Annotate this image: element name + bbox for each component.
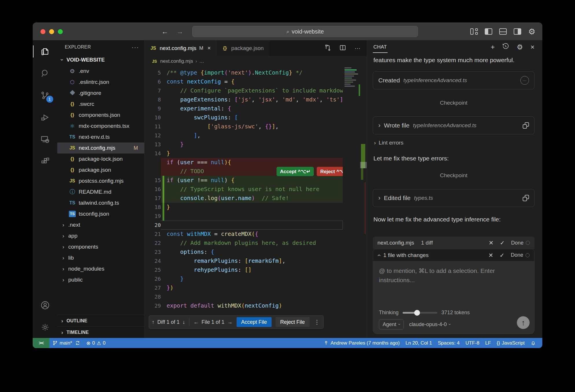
file-item-components.json[interactable]: {}components.json	[57, 110, 144, 121]
file-item-.env[interactable]: ⚙.env	[57, 66, 144, 77]
cursor-position-item[interactable]: Ln 20, Col 1	[403, 340, 435, 346]
file-item-.swcrc[interactable]: {}.swcrc	[57, 99, 144, 110]
accept-diff-icon[interactable]: ✓	[500, 239, 505, 246]
done-label[interactable]: Done	[511, 240, 524, 246]
breadcrumb-file[interactable]: next.config.mjs	[160, 58, 193, 64]
sync-icon[interactable]	[75, 340, 80, 346]
code-line[interactable]: 8 pageExtensions: ['js', 'jsx', 'md', 'm…	[145, 95, 343, 104]
git-branch-item[interactable]: main*	[49, 340, 83, 346]
extensions-icon[interactable]	[36, 152, 54, 170]
next-file-icon[interactable]: →	[227, 319, 233, 325]
code-line[interactable]: 23 options: {	[145, 247, 343, 256]
code-line[interactable]: 11 ['glass-js/swc', {}],	[145, 122, 343, 131]
diff-more-icon[interactable]: ⋮	[314, 319, 320, 326]
next-diff-icon[interactable]: ↓	[183, 319, 185, 325]
chat-input[interactable]: @ to mention, ⌘L to add a selection. Ent…	[373, 261, 535, 334]
command-center-search[interactable]: ⌕ void-website	[192, 26, 418, 37]
code-line[interactable]: 22 // Add markdown plugins here, as desi…	[145, 238, 343, 247]
forward-arrow-icon[interactable]: →	[176, 27, 183, 36]
code-line[interactable]: 12 ],	[145, 131, 343, 140]
code-line[interactable]: 6const nextConfig = {	[145, 77, 343, 86]
chat-settings-icon[interactable]: ⚙	[517, 43, 523, 51]
send-button[interactable]: ↑	[517, 316, 530, 329]
checkpoint-marker[interactable]: Checkpoint	[373, 172, 535, 179]
code-line[interactable]: 29export default withMDX(nextConfig)	[145, 301, 343, 310]
close-tab-icon[interactable]: ×	[207, 45, 211, 51]
scrollbar-thumb[interactable]	[360, 162, 367, 168]
pending-diff-row[interactable]: next.config.mjs 1 diff ✕ ✓ Done	[373, 237, 535, 249]
prev-file-icon[interactable]: ←	[193, 319, 199, 325]
notifications-bell-icon[interactable]	[528, 340, 539, 346]
mode-dropdown[interactable]: Agent ›	[379, 319, 404, 330]
thinking-slider[interactable]	[403, 312, 437, 314]
outline-section[interactable]: › OUTLINE	[57, 315, 144, 326]
file-item-mdx-components.tsx[interactable]: ⚛mdx-components.tsx	[57, 121, 144, 132]
open-changes-icon[interactable]	[324, 44, 331, 53]
toggle-panel-icon[interactable]	[499, 28, 507, 35]
file-item-README.md[interactable]: ⓘREADME.md	[57, 186, 144, 197]
split-editor-icon[interactable]	[339, 44, 347, 53]
toggle-secondary-sidebar-icon[interactable]	[514, 28, 521, 35]
folder-item-components[interactable]: ›components	[57, 241, 144, 252]
folder-item-lib[interactable]: ›lib	[57, 252, 144, 263]
code-line[interactable]: 21const withMDX = createMDX({	[145, 230, 343, 238]
customize-layout-icon[interactable]	[470, 28, 478, 35]
remote-indicator[interactable]: ><	[33, 338, 49, 348]
code-line[interactable]: 14}	[145, 149, 343, 158]
code-line[interactable]: 28	[145, 292, 343, 301]
code-line[interactable]: 25 rehypePlugins: []	[145, 265, 343, 274]
close-chat-icon[interactable]: ×	[530, 43, 535, 51]
code-line[interactable]: 5/** @type {import('next').NextConfig} *…	[145, 68, 343, 77]
file-item-postcss.config.mjs[interactable]: JSpostcss.config.mjs	[57, 175, 144, 186]
files-changed-bar[interactable]: › 1 file with changes ✕ ✓ Done	[373, 249, 535, 261]
lint-errors-toggle[interactable]: › Lint errors	[374, 140, 535, 146]
timeline-section[interactable]: › TIMELINE	[57, 326, 144, 338]
accept-file-button[interactable]: Accept File	[237, 317, 272, 327]
manage-gear-icon[interactable]	[36, 318, 54, 336]
reject-diff-icon[interactable]: ✕	[489, 239, 493, 246]
close-window-button[interactable]	[40, 29, 45, 34]
history-icon[interactable]	[502, 43, 509, 51]
reject-all-icon[interactable]: ✕	[488, 252, 493, 259]
run-debug-icon[interactable]	[36, 108, 54, 126]
code-line[interactable]: 9 experimental: {	[145, 104, 343, 113]
created-file-card[interactable]: Created typeInferenceAdvanced.ts …	[373, 71, 535, 89]
editor-more-icon[interactable]: ···	[354, 45, 361, 51]
code-line[interactable]: 17 console.log(user.name) // Safe!	[145, 194, 343, 203]
checkpoint-marker[interactable]: Checkpoint	[373, 100, 535, 106]
code-line[interactable]: 16 // TypeScript knows user is not null …	[145, 185, 343, 194]
search-panel-icon[interactable]	[36, 64, 54, 82]
accept-change-button[interactable]: Accept ^⌥↵	[277, 167, 314, 176]
file-item-tailwind.config.ts[interactable]: TStailwind.config.ts	[57, 197, 144, 208]
settings-gear-icon[interactable]: ⚙	[528, 27, 535, 36]
explorer-icon[interactable]	[36, 42, 54, 60]
workspace-root[interactable]: › VOID-WEBSITE	[57, 54, 144, 66]
folder-item-.next[interactable]: ›.next	[57, 219, 144, 230]
folder-item-app[interactable]: ›app	[57, 230, 144, 241]
code-line[interactable]: 15if (user !== null) {	[145, 176, 343, 185]
new-chat-icon[interactable]: +	[491, 43, 495, 51]
folder-item-public[interactable]: ›public	[57, 274, 144, 285]
breadcrumb-rest[interactable]: …	[199, 58, 204, 64]
file-item-package-lock.json[interactable]: {}package-lock.json	[57, 154, 144, 164]
code-line[interactable]: 26 }	[145, 274, 343, 283]
edited-file-card[interactable]: › Edited file types.ts	[373, 189, 535, 207]
model-dropdown[interactable]: claude-opus-4-0 ›	[409, 321, 450, 328]
problems-item[interactable]: ⊗ 0 ⚠ 0	[83, 340, 108, 346]
code-line[interactable]: 20	[145, 221, 343, 230]
folder-item-node_modules[interactable]: ›node_modules	[57, 263, 144, 274]
file-item-next.config.mjs[interactable]: JSnext.config.mjsM	[57, 143, 144, 154]
code-line[interactable]: 10 swcPlugins: [	[145, 113, 343, 122]
code-editor[interactable]: 5/** @type {import('next').NextConfig} *…	[145, 66, 367, 338]
blame-item[interactable]: Andrew Pareles (7 months ago)	[320, 340, 403, 346]
tab-next-config[interactable]: JS next.config.mjs M ×	[145, 40, 216, 56]
done-label[interactable]: Done	[511, 252, 523, 258]
reject-file-button[interactable]: Reject File	[276, 317, 309, 327]
code-line-deleted[interactable]: if (user === null){	[145, 158, 343, 167]
code-line[interactable]: 18}	[145, 203, 343, 212]
language-item[interactable]: {} JavaScript	[494, 340, 528, 346]
breadcrumb[interactable]: JS next.config.mjs › …	[145, 56, 367, 66]
account-icon[interactable]	[36, 296, 54, 314]
file-item-package.json[interactable]: {}package.json	[57, 164, 144, 175]
source-control-icon[interactable]: 1	[36, 86, 54, 104]
